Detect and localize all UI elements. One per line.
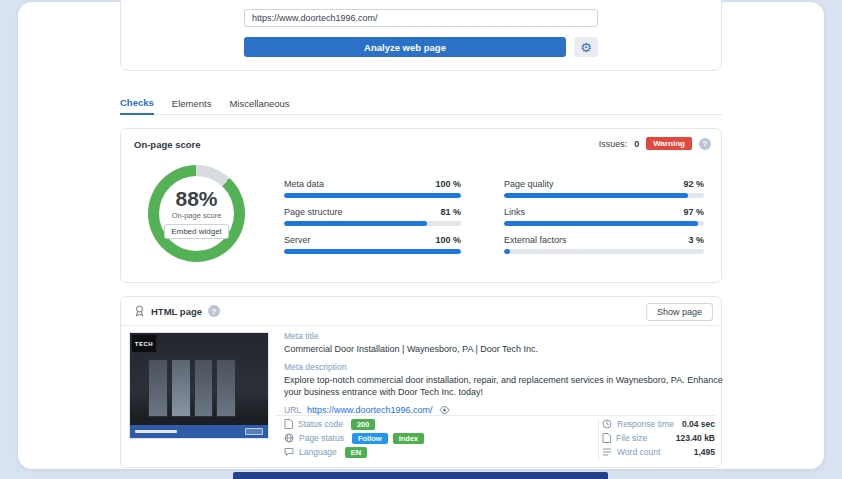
site-logo: TECH	[132, 335, 156, 352]
footer-strip	[233, 472, 608, 479]
stats-column-divider	[598, 418, 599, 461]
gear-icon: ⚙	[580, 41, 592, 54]
page-screenshot-thumbnail: TECH	[129, 332, 269, 439]
metric-label: Meta data	[284, 179, 324, 189]
word-count-value: 1,495	[694, 447, 715, 457]
metric-progress-fill	[504, 193, 688, 198]
donut-center: 88% On-page score Embed widget	[159, 176, 234, 251]
stat-label: Word count	[617, 447, 660, 457]
embed-widget-button[interactable]: Embed widget	[164, 224, 229, 239]
index-badge: Index	[393, 433, 425, 444]
page-url-link[interactable]: https://www.doortech1996.com/	[307, 405, 433, 415]
issues-label: Issues:	[599, 139, 628, 149]
stat-page-status: Page status Follow Index	[284, 432, 424, 444]
metric-progress-track	[504, 249, 704, 254]
metric-progress-fill	[284, 221, 427, 226]
stat-label: File size	[616, 433, 647, 443]
cookie-banner	[130, 425, 268, 438]
stat-status-code: Status code 200	[284, 418, 375, 430]
metric-progress-fill	[284, 249, 461, 254]
help-icon[interactable]: ?	[208, 305, 220, 317]
metric-links: Links 97 %	[504, 207, 704, 226]
meta-block: Meta title Commercial Door Installation …	[284, 331, 729, 415]
tab-miscellaneous[interactable]: Miscellaneous	[229, 98, 289, 114]
html-page-icon	[134, 305, 145, 317]
analyzer-card: Analyze web page ⚙	[120, 0, 722, 71]
file-size-value: 123.40 kB	[676, 433, 715, 443]
html-page-card: HTML page ? Show page TECH Meta title Co…	[120, 296, 722, 468]
issues-row: Issues: 0 Warning ?	[599, 137, 711, 150]
metric-progress-fill	[504, 221, 698, 226]
onpage-score-donut: 88% On-page score Embed widget	[148, 165, 245, 262]
html-page-header: HTML page ?	[134, 305, 220, 317]
preview-eye-icon[interactable]	[439, 406, 450, 414]
metric-label: External factors	[504, 235, 567, 245]
metric-progress-fill	[504, 249, 510, 254]
metric-meta-data: Meta data 100 %	[284, 179, 461, 198]
clock-icon	[602, 419, 612, 429]
stats-divider	[276, 415, 715, 416]
globe-icon	[284, 433, 294, 443]
html-page-title: HTML page	[151, 306, 202, 317]
stat-label: Page status	[299, 433, 344, 443]
file-icon	[602, 433, 611, 443]
stat-label: Language	[299, 447, 337, 457]
url-label: URL	[284, 405, 301, 415]
metric-progress-track	[504, 193, 704, 198]
metric-value: 97 %	[683, 207, 704, 217]
meta-description-label: Meta description	[284, 362, 729, 372]
help-icon[interactable]: ?	[699, 138, 711, 150]
storefront-doors	[148, 359, 236, 417]
response-time-value: 0.04 sec	[682, 419, 715, 429]
metric-label: Page structure	[284, 207, 343, 217]
metric-value: 81 %	[440, 207, 461, 217]
metric-progress-fill	[284, 193, 461, 198]
meta-description-text: Explore top-notch commercial door instal…	[284, 374, 729, 398]
warning-badge: Warning	[646, 137, 692, 150]
seo-checker-page: Analyze web page ⚙ Checks Elements Misce…	[0, 0, 842, 479]
follow-badge: Follow	[352, 433, 388, 444]
stat-label: Response time	[617, 419, 674, 429]
metric-label: Page quality	[504, 179, 554, 189]
metric-progress-track	[284, 249, 461, 254]
metric-value: 92 %	[683, 179, 704, 189]
metric-page-structure: Page structure 81 %	[284, 207, 461, 226]
document-icon	[284, 419, 293, 429]
metric-value: 100 %	[435, 179, 461, 189]
meta-title-text: Commercial Door Installation | Waynesbor…	[284, 343, 729, 355]
metric-progress-track	[284, 221, 461, 226]
tab-checks[interactable]: Checks	[120, 97, 154, 115]
onpage-score-card: On-page score Issues: 0 Warning ? 88% On…	[120, 128, 722, 283]
url-row: URL https://www.doortech1996.com/	[284, 405, 729, 415]
metric-label: Server	[284, 235, 311, 245]
stat-file-size: File size 123.40 kB	[602, 432, 715, 444]
word-count-icon	[602, 447, 612, 457]
stat-response-time: Response time 0.04 sec	[602, 418, 715, 430]
metric-external-factors: External factors 3 %	[504, 235, 704, 254]
language-badge: EN	[345, 447, 367, 458]
header-divider	[121, 325, 721, 326]
settings-button[interactable]: ⚙	[574, 37, 598, 57]
tab-elements[interactable]: Elements	[172, 98, 212, 114]
score-card-title: On-page score	[134, 139, 201, 150]
metric-value: 3 %	[688, 235, 704, 245]
metric-server: Server 100 %	[284, 235, 461, 254]
show-page-button[interactable]: Show page	[646, 303, 713, 321]
metric-progress-track	[284, 193, 461, 198]
url-input[interactable]	[244, 9, 598, 27]
tabs: Checks Elements Miscellaneous	[120, 94, 722, 115]
meta-title-label: Meta title	[284, 331, 729, 341]
metric-label: Links	[504, 207, 525, 217]
speech-bubble-icon	[284, 447, 294, 457]
issues-count: 0	[634, 139, 639, 149]
stat-language: Language EN	[284, 446, 367, 458]
metric-value: 100 %	[435, 235, 461, 245]
stat-label: Status code	[298, 419, 343, 429]
metric-page-quality: Page quality 92 %	[504, 179, 704, 198]
score-caption: On-page score	[172, 211, 222, 220]
analyze-button[interactable]: Analyze web page	[244, 37, 566, 57]
score-value: 88%	[175, 188, 217, 209]
stat-word-count: Word count 1,495	[602, 446, 715, 458]
status-code-badge: 200	[351, 419, 376, 430]
metric-progress-track	[504, 221, 704, 226]
